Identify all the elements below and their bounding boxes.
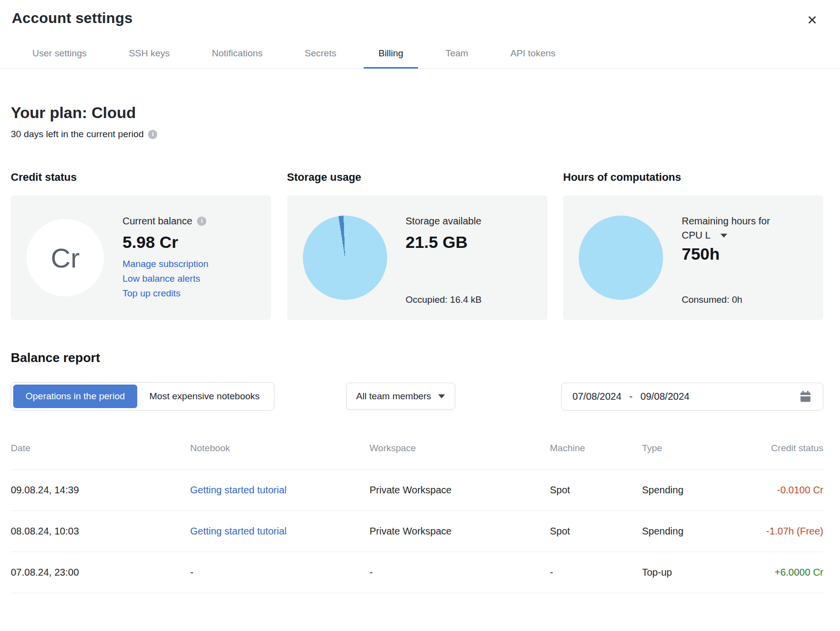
- cell-machine: -: [550, 567, 642, 578]
- calendar-icon[interactable]: [799, 390, 812, 403]
- operations-in-period-button[interactable]: Operations in the period: [13, 385, 137, 408]
- cell-workspace: Private Workspace: [370, 485, 550, 496]
- balance-report-heading: Balance report: [11, 350, 823, 365]
- table-row: 07.08.24, 23:00 - - - Top-up +6.0000 Cr: [11, 552, 823, 593]
- plan-period-note: 30 days left in the current period i: [11, 129, 823, 140]
- storage-usage-column: Storage usage Storage available 21.5 GB …: [287, 171, 547, 320]
- cell-type: Spending: [642, 526, 720, 537]
- balance-report-controls: Operations in the period Most expensive …: [11, 382, 823, 411]
- tab-notifications[interactable]: Notifications: [197, 48, 277, 68]
- table-row: 09.08.24, 14:39 Getting started tutorial…: [11, 470, 823, 511]
- tab-team[interactable]: Team: [431, 48, 483, 68]
- table-row: 08.08.24, 10:03 Getting started tutorial…: [11, 511, 823, 552]
- col-header-workspace: Workspace: [370, 443, 550, 454]
- remaining-hours-value: 750h: [682, 244, 808, 264]
- credit-status-card: Cr Current balance i 5.98 Cr Manage subs…: [11, 195, 271, 320]
- storage-pie-chart: [303, 216, 387, 300]
- hours-pie-chart: [579, 216, 663, 300]
- col-header-date: Date: [11, 443, 190, 454]
- report-view-toggle: Operations in the period Most expensive …: [11, 382, 274, 411]
- date-from-value[interactable]: 07/08/2024: [572, 391, 621, 402]
- machine-type-selector[interactable]: CPU L: [682, 228, 808, 243]
- credit-status-column: Credit status Cr Current balance i 5.98 …: [11, 171, 271, 320]
- info-icon[interactable]: i: [197, 217, 206, 226]
- date-range-separator: -: [629, 391, 633, 402]
- tab-billing[interactable]: Billing: [364, 48, 418, 68]
- tab-bar: User settings SSH keys Notifications Sec…: [0, 48, 840, 69]
- hours-computations-card: Remaining hours for CPU L 750h Consumed:…: [563, 195, 823, 320]
- col-header-notebook: Notebook: [190, 443, 370, 454]
- consumed-hours-text: Consumed: 0h: [682, 294, 808, 305]
- modal-header: Account settings ✕: [0, 0, 840, 29]
- cell-machine: Spot: [550, 485, 642, 496]
- storage-available-value: 21.5 GB: [406, 233, 532, 252]
- cell-type: Top-up: [642, 567, 720, 578]
- col-header-machine: Machine: [550, 443, 642, 454]
- balance-report-section: Balance report Operations in the period …: [0, 350, 840, 593]
- col-header-type: Type: [642, 443, 720, 454]
- manage-subscription-link[interactable]: Manage subscription: [123, 257, 255, 271]
- cell-credit-status: +6.0000 Cr: [720, 567, 823, 578]
- credits-badge: Cr: [26, 219, 104, 296]
- storage-usage-heading: Storage usage: [287, 171, 547, 184]
- cell-workspace: -: [370, 567, 550, 578]
- chevron-down-icon: [438, 394, 445, 398]
- plan-section: Your plan: Cloud 30 days left in the cur…: [0, 104, 840, 140]
- tab-api-tokens[interactable]: API tokens: [495, 48, 570, 68]
- cell-machine: Spot: [550, 526, 642, 537]
- cell-type: Spending: [642, 485, 720, 496]
- plan-title: Your plan: Cloud: [11, 104, 823, 122]
- tab-ssh-keys[interactable]: SSH keys: [114, 48, 184, 68]
- cell-credit-status: -1.07h (Free): [720, 526, 823, 537]
- low-balance-alerts-link[interactable]: Low balance alerts: [123, 271, 255, 286]
- storage-occupied-text: Occupied: 16.4 kB: [406, 294, 532, 305]
- plan-period-text: 30 days left in the current period: [11, 129, 144, 140]
- most-expensive-notebooks-button[interactable]: Most expensive notebooks: [137, 385, 272, 408]
- col-header-credit-status: Credit status: [720, 443, 823, 454]
- cell-date: 08.08.24, 10:03: [11, 526, 190, 537]
- account-settings-modal: Account settings ✕ User settings SSH key…: [0, 0, 840, 631]
- cell-credit-status: -0.0100 Cr: [720, 485, 823, 496]
- cell-date: 07.08.24, 23:00: [11, 567, 190, 578]
- summary-cards: Credit status Cr Current balance i 5.98 …: [0, 171, 840, 320]
- remaining-hours-label: Remaining hours for: [682, 214, 808, 228]
- cell-workspace: Private Workspace: [370, 526, 550, 537]
- storage-usage-card: Storage available 21.5 GB Occupied: 16.4…: [287, 195, 547, 320]
- close-icon[interactable]: ✕: [804, 11, 820, 29]
- date-to-value[interactable]: 09/08/2024: [641, 391, 690, 402]
- notebook-link[interactable]: Getting started tutorial: [190, 526, 287, 536]
- chevron-down-icon[interactable]: [720, 234, 727, 238]
- current-balance-label: Current balance i: [123, 214, 255, 228]
- top-up-credits-link[interactable]: Top up credits: [123, 286, 255, 301]
- storage-available-label: Storage available: [406, 214, 532, 228]
- credit-status-heading: Credit status: [11, 171, 271, 184]
- hours-computations-column: Hours of computations Remaining hours fo…: [563, 171, 823, 320]
- current-balance-value: 5.98 Cr: [123, 233, 255, 252]
- hours-computations-heading: Hours of computations: [563, 171, 823, 184]
- page-title: Account settings: [12, 10, 133, 26]
- table-header-row: Date Notebook Workspace Machine Type Cre…: [11, 443, 823, 470]
- team-members-dropdown[interactable]: All team members: [346, 383, 455, 410]
- operations-table: Date Notebook Workspace Machine Type Cre…: [11, 443, 823, 593]
- tab-secrets[interactable]: Secrets: [290, 48, 351, 68]
- notebook-link[interactable]: Getting started tutorial: [190, 485, 287, 495]
- tab-user-settings[interactable]: User settings: [18, 48, 101, 68]
- date-range-picker[interactable]: 07/08/2024 - 09/08/2024: [561, 383, 823, 411]
- cell-notebook: -: [190, 567, 370, 578]
- info-icon[interactable]: i: [148, 130, 157, 139]
- cell-date: 09.08.24, 14:39: [11, 485, 190, 496]
